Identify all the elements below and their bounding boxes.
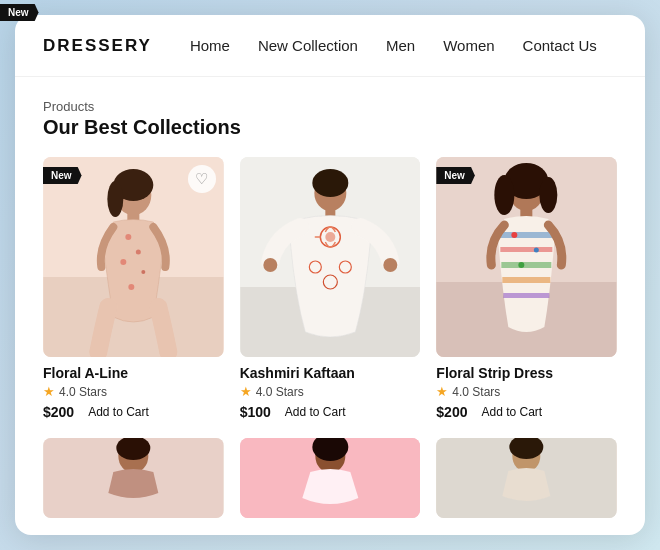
svg-point-4 [107, 181, 123, 217]
svg-point-37 [519, 262, 525, 268]
product-card-3: New [436, 157, 617, 424]
price-2: $100 [240, 404, 271, 420]
product-info-1: Floral A-Line ★ 4.0 Stars $200 Add to Ca… [43, 357, 224, 424]
add-to-cart-1[interactable]: Add to Cart [88, 405, 149, 419]
rating-text-3: 4.0 Stars [452, 385, 500, 399]
price-3: $200 [436, 404, 467, 420]
badge-new-3: New [436, 167, 475, 184]
nav-home[interactable]: Home [190, 37, 230, 54]
star-icon-2: ★ [240, 384, 252, 399]
nav-new-collection[interactable]: New Collection [258, 37, 358, 54]
price-row-2: $100 Add to Cart [240, 404, 421, 420]
svg-point-21 [263, 258, 277, 272]
svg-point-14 [312, 169, 348, 197]
product-name-1: Floral A-Line [43, 365, 224, 381]
star-icon-1: ★ [43, 384, 55, 399]
stars-row-1: ★ 4.0 Stars [43, 384, 224, 399]
svg-point-6 [125, 234, 131, 240]
rating-text-2: 4.0 Stars [256, 385, 304, 399]
product-image-3: New [436, 157, 617, 357]
svg-point-7 [136, 250, 141, 255]
nav-men[interactable]: Men [386, 37, 415, 54]
product-name-3: Floral Strip Dress [436, 365, 617, 381]
section-label: Products [43, 99, 617, 114]
svg-point-36 [534, 248, 539, 253]
price-1: $200 [43, 404, 74, 420]
main-content: Products Our Best Collections New ♡ [15, 77, 645, 535]
badge-new-1: New [43, 167, 82, 184]
app-window: DRESSERY Home New Collection Men Women C… [15, 15, 645, 535]
svg-point-27 [495, 175, 515, 215]
svg-point-9 [141, 270, 145, 274]
products-grid: New ♡ [43, 157, 617, 424]
product-image-2 [240, 157, 421, 357]
product-info-3: Floral Strip Dress ★ 4.0 Stars $200 Add … [436, 357, 617, 424]
svg-rect-33 [503, 277, 551, 283]
stars-row-3: ★ 4.0 Stars [436, 384, 617, 399]
stars-row-2: ★ 4.0 Stars [240, 384, 421, 399]
nav-contact[interactable]: Contact Us [523, 37, 597, 54]
product-card-2: Kashmiri Kaftaan ★ 4.0 Stars $100 Add to… [240, 157, 421, 424]
star-icon-3: ★ [436, 384, 448, 399]
nav-links: Home New Collection Men Women Contact Us [190, 37, 597, 54]
product-card: New ♡ [43, 157, 224, 424]
price-row-1: $200 Add to Cart [43, 404, 224, 420]
add-to-cart-3[interactable]: Add to Cart [481, 405, 542, 419]
svg-point-8 [120, 259, 126, 265]
section-title: Our Best Collections [43, 116, 617, 139]
svg-point-22 [383, 258, 397, 272]
wishlist-button-1[interactable]: ♡ [188, 165, 216, 193]
svg-point-28 [540, 177, 558, 213]
svg-rect-34 [504, 293, 550, 298]
bottom-card-2: New [240, 438, 421, 518]
svg-rect-31 [501, 247, 553, 252]
price-row-3: $200 Add to Cart [436, 404, 617, 420]
brand-logo: DRESSERY [43, 36, 152, 56]
bottom-products-row: New [43, 438, 617, 518]
product-name-2: Kashmiri Kaftaan [240, 365, 421, 381]
product-image-1: New ♡ [43, 157, 224, 357]
bottom-card-3 [436, 438, 617, 518]
product-info-2: Kashmiri Kaftaan ★ 4.0 Stars $100 Add to… [240, 357, 421, 424]
svg-rect-32 [502, 262, 552, 268]
svg-point-17 [325, 232, 335, 242]
navbar: DRESSERY Home New Collection Men Women C… [15, 15, 645, 77]
svg-point-35 [512, 232, 518, 238]
nav-women[interactable]: Women [443, 37, 494, 54]
rating-text-1: 4.0 Stars [59, 385, 107, 399]
svg-rect-30 [501, 232, 553, 238]
add-to-cart-2[interactable]: Add to Cart [285, 405, 346, 419]
svg-point-10 [128, 284, 134, 290]
bottom-card-1 [43, 438, 224, 518]
